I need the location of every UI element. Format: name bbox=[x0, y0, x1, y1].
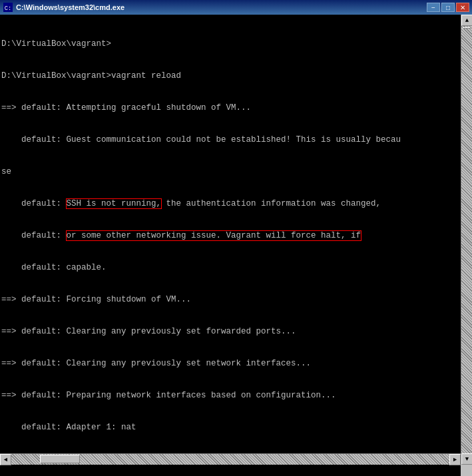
console-line-6: default: SSH is not running, the authent… bbox=[1, 198, 459, 209]
console-line-5: se bbox=[1, 166, 459, 177]
console-output: D:\VirtualBox\vagrant> D:\VirtualBox\vag… bbox=[1, 17, 459, 476]
window: C: C:\Windows\system32\cmd.exe − □ ✕ D:\… bbox=[0, 0, 472, 476]
console-line-2: D:\VirtualBox\vagrant>vagrant reload bbox=[1, 71, 459, 81]
console-line-4: default: Guest communication could not b… bbox=[1, 134, 459, 145]
console-line-8: default: capable. bbox=[1, 262, 459, 273]
minimize-button[interactable]: − bbox=[427, 3, 440, 12]
horizontal-scrollbar[interactable]: ◄ ► bbox=[0, 453, 461, 465]
scroll-right-button[interactable]: ► bbox=[449, 454, 461, 465]
console-line-1: D:\VirtualBox\vagrant> bbox=[1, 39, 459, 49]
console-line-9: ==> default: Forcing shutdown of VM... bbox=[1, 294, 459, 305]
scroll-thumb[interactable] bbox=[463, 27, 471, 29]
console-line-10: ==> default: Clearing any previously set… bbox=[1, 326, 459, 337]
console-line-3: ==> default: Attempting graceful shutdow… bbox=[1, 103, 459, 113]
console-line-7: default: or some other networking issue.… bbox=[1, 230, 459, 241]
scroll-down-button[interactable]: ▼ bbox=[461, 453, 472, 465]
window-title: C:\Windows\system32\cmd.exe bbox=[16, 3, 427, 11]
maximize-button[interactable]: □ bbox=[441, 3, 455, 12]
console-area: D:\VirtualBox\vagrant> D:\VirtualBox\vag… bbox=[0, 15, 461, 476]
console-line-12: ==> default: Preparing network interface… bbox=[1, 390, 459, 401]
h-scroll-track bbox=[11, 454, 449, 465]
scroll-left-button[interactable]: ◄ bbox=[0, 454, 11, 465]
close-button[interactable]: ✕ bbox=[456, 3, 469, 12]
vertical-scrollbar[interactable]: ▲ ▼ bbox=[461, 15, 472, 465]
scroll-up-button[interactable]: ▲ bbox=[461, 15, 472, 26]
console-line-13: default: Adapter 1: nat bbox=[1, 422, 459, 433]
window-controls: − □ ✕ bbox=[427, 3, 469, 12]
titlebar: C: C:\Windows\system32\cmd.exe − □ ✕ bbox=[0, 0, 472, 15]
h-scroll-thumb[interactable] bbox=[40, 455, 80, 463]
console-line-11: ==> default: Clearing any previously set… bbox=[1, 358, 459, 369]
svg-text:C:: C: bbox=[5, 5, 12, 12]
scroll-track-space bbox=[461, 26, 472, 453]
cmd-icon: C: bbox=[3, 2, 13, 13]
